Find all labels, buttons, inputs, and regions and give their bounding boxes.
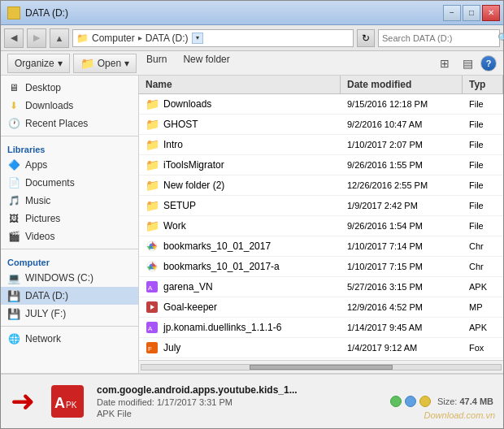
drive-d-icon: 💾	[7, 289, 20, 302]
folder-icon: 📁	[146, 179, 159, 192]
arrow-indicator: ➜	[11, 387, 35, 416]
preview-info: com.google.android.apps.youtube.kids_1..…	[97, 384, 298, 418]
up-button[interactable]: ▲	[50, 28, 69, 48]
file-name: SETUP	[163, 200, 196, 211]
apk-icon: A	[146, 321, 159, 334]
sidebar-item-drive-c[interactable]: 💻 WINDOWS (C:)	[1, 269, 138, 287]
preview-type-label: APK File	[97, 409, 298, 418]
sidebar-item-recent[interactable]: 🕐 Recent Places	[1, 115, 138, 132]
pictures-icon: 🖼	[7, 212, 20, 225]
yellow-circle	[419, 396, 431, 407]
sidebar-item-drive-f[interactable]: 💾 JULY (F:)	[1, 305, 138, 323]
preview-filename: com.google.android.apps.youtube.kids_1..…	[97, 384, 298, 396]
open-button[interactable]: 📁 Open ▾	[73, 54, 137, 73]
desktop-icon: 🖥	[7, 81, 20, 94]
view-details-button[interactable]: ⊞	[435, 54, 454, 73]
chrome-icon	[146, 260, 159, 273]
table-row[interactable]: 📁 SETUP 1/9/2017 2:42 PM File	[139, 196, 503, 216]
main-content: 🖥 Desktop ⬇ Downloads 🕐 Recent Places Li…	[1, 76, 503, 373]
file-name: Work	[163, 220, 186, 232]
sidebar-item-apps[interactable]: 🔷 Apps	[1, 156, 138, 174]
table-row[interactable]: 📁 Work 9/26/2016 1:54 PM File	[139, 216, 503, 236]
path-dropdown[interactable]: ▾	[192, 32, 203, 44]
address-path[interactable]: 📁 Computer ▸ DATA (D:) ▾	[72, 29, 354, 47]
toolbar: Organize ▾ 📁 Open ▾ Burn New folder ⊞ ▤ …	[1, 51, 503, 76]
media-icon	[146, 301, 159, 314]
file-name: garena_VN	[163, 281, 213, 292]
window-title: DATA (D:)	[25, 7, 68, 19]
new-folder-button[interactable]: New folder	[176, 54, 236, 73]
h-scrollbar[interactable]	[139, 360, 503, 373]
file-list: 📁 Downloads 9/15/2016 12:18 PM File 📁 GH…	[139, 94, 503, 360]
sidebar-item-desktop[interactable]: 🖥 Desktop	[1, 79, 138, 97]
chrome-icon	[146, 240, 159, 253]
sidebar-label-documents: Documents	[25, 177, 75, 188]
sidebar-item-videos[interactable]: 🎬 Videos	[1, 228, 138, 245]
file-size-area: Size: 47.4 MB	[437, 396, 493, 406]
file-date: 9/15/2016 12:18 PM	[341, 98, 463, 110]
table-row[interactable]: bookmarks_10_01_2017 1/10/2017 7:14 PM C…	[139, 236, 503, 257]
help-button[interactable]: ?	[480, 55, 497, 72]
sidebar-item-drive-d[interactable]: 💾 DATA (D:)	[1, 287, 138, 305]
close-button[interactable]: ✕	[482, 5, 500, 21]
table-row[interactable]: 📁 Intro 1/10/2017 2:07 PM File	[139, 135, 503, 155]
table-row[interactable]: 📁 New folder (2) 12/26/2016 2:55 PM File	[139, 176, 503, 196]
sidebar-item-pictures[interactable]: 🖼 Pictures	[1, 210, 138, 228]
file-date: 12/9/2016 4:52 PM	[341, 301, 463, 314]
recent-icon: 🕐	[7, 117, 20, 130]
forward-button[interactable]: ▶	[27, 28, 46, 48]
sidebar-item-documents[interactable]: 📄 Documents	[1, 174, 138, 192]
sidebar-sep-2	[1, 249, 138, 249]
table-row[interactable]: 📁 iToolsMigrator 9/26/2016 1:55 PM File	[139, 155, 503, 176]
table-row[interactable]: bookmarks_10_01_2017-a 1/10/2017 7:15 PM…	[139, 257, 503, 277]
table-row[interactable]: 📁 GHOST 9/2/2016 10:47 AM File	[139, 115, 503, 135]
search-input[interactable]	[382, 33, 494, 43]
green-circle	[390, 396, 402, 407]
downloads-icon: ⬇	[7, 99, 20, 112]
red-arrow-icon: ➜	[11, 387, 35, 416]
sidebar-label-drive-c: WINDOWS (C:)	[25, 272, 93, 284]
col-type-label: Typ	[469, 79, 485, 90]
table-row[interactable]: 📁 Downloads 9/15/2016 12:18 PM File	[139, 94, 503, 115]
view-toggle-button[interactable]: ▤	[458, 54, 477, 73]
minimize-button[interactable]: −	[443, 5, 461, 21]
sidebar-label-music: Music	[25, 195, 50, 206]
preview-icon: A PK	[48, 382, 87, 421]
file-date: 1/9/2017 2:42 PM	[341, 199, 463, 212]
file-type: File	[463, 138, 503, 151]
file-type: APK	[463, 321, 503, 334]
table-row[interactable]: A garena_VN 5/27/2016 3:15 PM APK	[139, 277, 503, 297]
file-name: July	[163, 342, 180, 353]
col-header-date[interactable]: Date modified	[341, 76, 463, 93]
file-date: 5/27/2016 3:15 PM	[341, 280, 463, 293]
table-row[interactable]: A jp.konami.duellinks_1.1.1-6 1/14/2017 …	[139, 318, 503, 338]
refresh-button[interactable]: ↻	[357, 29, 375, 47]
title-bar: DATA (D:) − □ ✕	[1, 1, 503, 25]
file-date: 12/26/2016 2:55 PM	[341, 179, 463, 192]
sidebar-item-network[interactable]: 🌐 Network	[1, 330, 138, 348]
file-date: 9/26/2016 1:55 PM	[341, 158, 463, 171]
organize-button[interactable]: Organize ▾	[7, 54, 70, 73]
file-date: 1/10/2017 7:14 PM	[341, 240, 463, 253]
sidebar-item-downloads[interactable]: ⬇ Downloads	[1, 97, 138, 115]
maximize-button[interactable]: □	[463, 5, 480, 21]
file-type: Chr	[463, 240, 503, 253]
folder-icon: 📁	[146, 98, 159, 110]
table-row[interactable]: Goal-keeper 12/9/2016 4:52 PM MP	[139, 297, 503, 318]
file-date: 1/10/2017 2:07 PM	[341, 138, 463, 151]
table-row[interactable]: F July 1/4/2017 9:12 AM Fox	[139, 338, 503, 358]
address-bar: ◀ ▶ ▲ 📁 Computer ▸ DATA (D:) ▾ ↻ 🔍	[1, 25, 503, 51]
videos-icon: 🎬	[7, 230, 20, 243]
col-header-type[interactable]: Typ	[463, 76, 503, 93]
color-circles	[390, 396, 431, 407]
sidebar-item-music[interactable]: 🎵 Music	[1, 192, 138, 210]
sidebar-label-pictures: Pictures	[25, 213, 60, 224]
preview-date-label: Date modified:	[97, 397, 154, 407]
back-button[interactable]: ◀	[4, 28, 24, 48]
svg-text:A: A	[54, 395, 65, 411]
burn-button[interactable]: Burn	[140, 54, 173, 73]
music-icon: 🎵	[7, 194, 20, 207]
col-header-name[interactable]: Name	[139, 76, 341, 93]
file-name: Downloads	[163, 98, 211, 110]
file-date: 1/4/2017 9:12 AM	[341, 341, 463, 354]
